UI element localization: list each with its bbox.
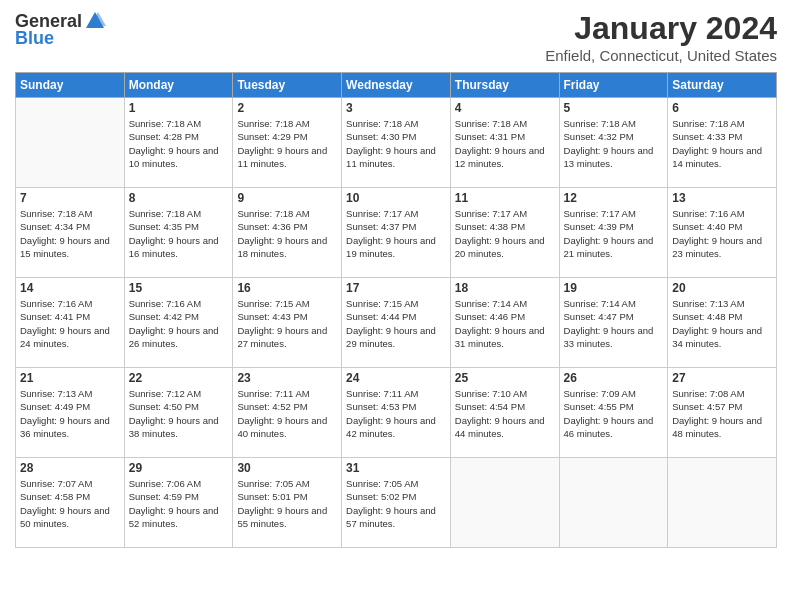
cell-info: Sunrise: 7:05 AMSunset: 5:01 PMDaylight:… [237, 477, 337, 530]
day-number: 30 [237, 461, 337, 475]
calendar-cell: 24Sunrise: 7:11 AMSunset: 4:53 PMDayligh… [342, 368, 451, 458]
day-number: 22 [129, 371, 229, 385]
cell-info: Sunrise: 7:15 AMSunset: 4:44 PMDaylight:… [346, 297, 446, 350]
cell-info: Sunrise: 7:11 AMSunset: 4:52 PMDaylight:… [237, 387, 337, 440]
weekday-header-thursday: Thursday [450, 73, 559, 98]
calendar-week-row: 28Sunrise: 7:07 AMSunset: 4:58 PMDayligh… [16, 458, 777, 548]
calendar-cell: 30Sunrise: 7:05 AMSunset: 5:01 PMDayligh… [233, 458, 342, 548]
cell-info: Sunrise: 7:16 AMSunset: 4:41 PMDaylight:… [20, 297, 120, 350]
day-number: 8 [129, 191, 229, 205]
cell-info: Sunrise: 7:09 AMSunset: 4:55 PMDaylight:… [564, 387, 664, 440]
day-number: 21 [20, 371, 120, 385]
calendar-cell: 11Sunrise: 7:17 AMSunset: 4:38 PMDayligh… [450, 188, 559, 278]
calendar-cell: 14Sunrise: 7:16 AMSunset: 4:41 PMDayligh… [16, 278, 125, 368]
calendar-cell: 9Sunrise: 7:18 AMSunset: 4:36 PMDaylight… [233, 188, 342, 278]
cell-info: Sunrise: 7:13 AMSunset: 4:48 PMDaylight:… [672, 297, 772, 350]
cell-info: Sunrise: 7:18 AMSunset: 4:34 PMDaylight:… [20, 207, 120, 260]
cell-info: Sunrise: 7:05 AMSunset: 5:02 PMDaylight:… [346, 477, 446, 530]
day-number: 1 [129, 101, 229, 115]
day-number: 9 [237, 191, 337, 205]
calendar-cell: 10Sunrise: 7:17 AMSunset: 4:37 PMDayligh… [342, 188, 451, 278]
calendar-cell: 29Sunrise: 7:06 AMSunset: 4:59 PMDayligh… [124, 458, 233, 548]
logo-blue-text: Blue [15, 28, 54, 49]
cell-info: Sunrise: 7:13 AMSunset: 4:49 PMDaylight:… [20, 387, 120, 440]
cell-info: Sunrise: 7:06 AMSunset: 4:59 PMDaylight:… [129, 477, 229, 530]
day-number: 11 [455, 191, 555, 205]
logo: General Blue [15, 10, 106, 49]
calendar-cell: 28Sunrise: 7:07 AMSunset: 4:58 PMDayligh… [16, 458, 125, 548]
day-number: 6 [672, 101, 772, 115]
cell-info: Sunrise: 7:18 AMSunset: 4:36 PMDaylight:… [237, 207, 337, 260]
calendar-cell: 13Sunrise: 7:16 AMSunset: 4:40 PMDayligh… [668, 188, 777, 278]
calendar-cell: 31Sunrise: 7:05 AMSunset: 5:02 PMDayligh… [342, 458, 451, 548]
calendar-cell: 26Sunrise: 7:09 AMSunset: 4:55 PMDayligh… [559, 368, 668, 458]
weekday-header-saturday: Saturday [668, 73, 777, 98]
day-number: 28 [20, 461, 120, 475]
cell-info: Sunrise: 7:18 AMSunset: 4:32 PMDaylight:… [564, 117, 664, 170]
calendar-cell: 17Sunrise: 7:15 AMSunset: 4:44 PMDayligh… [342, 278, 451, 368]
cell-info: Sunrise: 7:08 AMSunset: 4:57 PMDaylight:… [672, 387, 772, 440]
calendar-cell [16, 98, 125, 188]
weekday-header-row: SundayMondayTuesdayWednesdayThursdayFrid… [16, 73, 777, 98]
cell-info: Sunrise: 7:18 AMSunset: 4:28 PMDaylight:… [129, 117, 229, 170]
day-number: 16 [237, 281, 337, 295]
location-title: Enfield, Connecticut, United States [545, 47, 777, 64]
cell-info: Sunrise: 7:18 AMSunset: 4:35 PMDaylight:… [129, 207, 229, 260]
calendar-cell: 20Sunrise: 7:13 AMSunset: 4:48 PMDayligh… [668, 278, 777, 368]
day-number: 13 [672, 191, 772, 205]
cell-info: Sunrise: 7:17 AMSunset: 4:37 PMDaylight:… [346, 207, 446, 260]
day-number: 4 [455, 101, 555, 115]
calendar-cell: 6Sunrise: 7:18 AMSunset: 4:33 PMDaylight… [668, 98, 777, 188]
cell-info: Sunrise: 7:17 AMSunset: 4:39 PMDaylight:… [564, 207, 664, 260]
day-number: 26 [564, 371, 664, 385]
calendar-cell: 23Sunrise: 7:11 AMSunset: 4:52 PMDayligh… [233, 368, 342, 458]
day-number: 20 [672, 281, 772, 295]
cell-info: Sunrise: 7:18 AMSunset: 4:30 PMDaylight:… [346, 117, 446, 170]
cell-info: Sunrise: 7:17 AMSunset: 4:38 PMDaylight:… [455, 207, 555, 260]
page-header: General Blue January 2024 Enfield, Conne… [15, 10, 777, 64]
calendar-cell: 18Sunrise: 7:14 AMSunset: 4:46 PMDayligh… [450, 278, 559, 368]
calendar-cell: 7Sunrise: 7:18 AMSunset: 4:34 PMDaylight… [16, 188, 125, 278]
weekday-header-tuesday: Tuesday [233, 73, 342, 98]
calendar-cell [668, 458, 777, 548]
calendar-cell: 19Sunrise: 7:14 AMSunset: 4:47 PMDayligh… [559, 278, 668, 368]
day-number: 17 [346, 281, 446, 295]
day-number: 18 [455, 281, 555, 295]
weekday-header-monday: Monday [124, 73, 233, 98]
day-number: 25 [455, 371, 555, 385]
cell-info: Sunrise: 7:14 AMSunset: 4:46 PMDaylight:… [455, 297, 555, 350]
cell-info: Sunrise: 7:18 AMSunset: 4:29 PMDaylight:… [237, 117, 337, 170]
cell-info: Sunrise: 7:07 AMSunset: 4:58 PMDaylight:… [20, 477, 120, 530]
day-number: 24 [346, 371, 446, 385]
calendar-cell: 22Sunrise: 7:12 AMSunset: 4:50 PMDayligh… [124, 368, 233, 458]
weekday-header-wednesday: Wednesday [342, 73, 451, 98]
calendar-cell: 2Sunrise: 7:18 AMSunset: 4:29 PMDaylight… [233, 98, 342, 188]
day-number: 15 [129, 281, 229, 295]
calendar-week-row: 1Sunrise: 7:18 AMSunset: 4:28 PMDaylight… [16, 98, 777, 188]
calendar-cell: 1Sunrise: 7:18 AMSunset: 4:28 PMDaylight… [124, 98, 233, 188]
day-number: 29 [129, 461, 229, 475]
calendar-cell: 21Sunrise: 7:13 AMSunset: 4:49 PMDayligh… [16, 368, 125, 458]
calendar-week-row: 14Sunrise: 7:16 AMSunset: 4:41 PMDayligh… [16, 278, 777, 368]
cell-info: Sunrise: 7:11 AMSunset: 4:53 PMDaylight:… [346, 387, 446, 440]
calendar-cell [450, 458, 559, 548]
day-number: 19 [564, 281, 664, 295]
calendar-cell: 3Sunrise: 7:18 AMSunset: 4:30 PMDaylight… [342, 98, 451, 188]
logo-icon [84, 10, 106, 32]
calendar-cell: 16Sunrise: 7:15 AMSunset: 4:43 PMDayligh… [233, 278, 342, 368]
day-number: 12 [564, 191, 664, 205]
day-number: 5 [564, 101, 664, 115]
day-number: 14 [20, 281, 120, 295]
calendar-table: SundayMondayTuesdayWednesdayThursdayFrid… [15, 72, 777, 548]
day-number: 23 [237, 371, 337, 385]
cell-info: Sunrise: 7:12 AMSunset: 4:50 PMDaylight:… [129, 387, 229, 440]
calendar-cell: 8Sunrise: 7:18 AMSunset: 4:35 PMDaylight… [124, 188, 233, 278]
weekday-header-sunday: Sunday [16, 73, 125, 98]
calendar-week-row: 7Sunrise: 7:18 AMSunset: 4:34 PMDaylight… [16, 188, 777, 278]
cell-info: Sunrise: 7:16 AMSunset: 4:42 PMDaylight:… [129, 297, 229, 350]
cell-info: Sunrise: 7:18 AMSunset: 4:33 PMDaylight:… [672, 117, 772, 170]
calendar-cell: 15Sunrise: 7:16 AMSunset: 4:42 PMDayligh… [124, 278, 233, 368]
calendar-cell: 4Sunrise: 7:18 AMSunset: 4:31 PMDaylight… [450, 98, 559, 188]
calendar-cell [559, 458, 668, 548]
cell-info: Sunrise: 7:15 AMSunset: 4:43 PMDaylight:… [237, 297, 337, 350]
